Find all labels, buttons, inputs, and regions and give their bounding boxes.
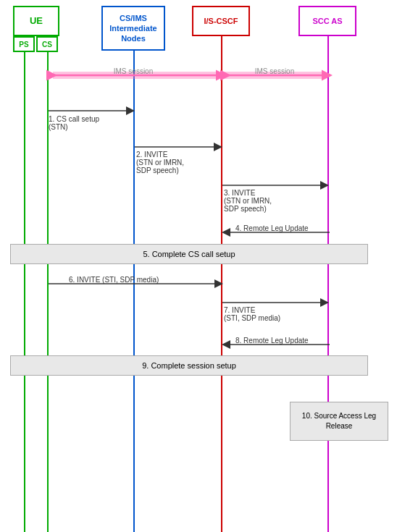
cs-box: CS [36,36,58,52]
participant-csims: CS/IMS Intermediate Nodes [101,6,165,51]
arrow-step2: 2. INVITE (STN or IMRN, SDP speech) [133,141,226,176]
arrow-step3: 3. INVITE (STN or IMRN, SDP speech) [221,180,333,214]
svg-text:8. Remote Leg Update: 8. Remote Leg Update [235,337,309,345]
svg-text:1. CS call setup: 1. CS call setup [49,115,99,123]
svg-text:(STN or IMRN,: (STN or IMRN, [224,197,272,205]
participant-sccas: SCC AS [298,6,356,36]
ims-session-left: IMS session [47,69,222,82]
arrow-step8: 8. Remote Leg Update [221,339,333,352]
svg-text:SDP speech): SDP speech) [136,166,179,174]
step9-box: 9. Complete session setup [10,355,368,376]
sequence-diagram: UE PS CS CS/IMS Intermediate Nodes I/S-C… [0,0,397,532]
arrow-step7: 7. INVITE (STI, SDP media) [221,297,333,323]
ims-session-right: IMS session [221,69,331,82]
step10-box: 10. Source Access Leg Release [290,402,388,441]
svg-text:(STN or IMRN,: (STN or IMRN, [136,159,184,166]
svg-text:6. INVITE (STI, SDP media): 6. INVITE (STI, SDP media) [69,276,159,284]
svg-text:3. INVITE: 3. INVITE [224,189,256,197]
participant-iscscf: I/S-CSCF [192,6,250,36]
svg-text:SDP speech): SDP speech) [224,205,267,213]
ps-box: PS [13,36,35,52]
arrow-step4: 4. Remote Leg Update [221,227,333,240]
lifeline-sccas [327,36,329,532]
arrow-step6: 6. INVITE (STI, SDP media) [47,277,226,290]
svg-text:IMS session: IMS session [114,67,153,75]
lifeline-ps [24,52,25,532]
step5-box: 5. Complete CS call setup [10,244,368,264]
participant-ue: UE [13,6,59,36]
svg-text:(STI, SDP media): (STI, SDP media) [224,314,280,322]
svg-text:2. INVITE: 2. INVITE [136,151,168,159]
svg-text:4. Remote Leg Update: 4. Remote Leg Update [235,224,309,232]
svg-text:7. INVITE: 7. INVITE [224,306,256,314]
svg-text:(STN): (STN) [49,123,68,131]
arrow-step1: 1. CS call setup (STN) [47,105,138,130]
svg-text:IMS session: IMS session [255,67,294,75]
